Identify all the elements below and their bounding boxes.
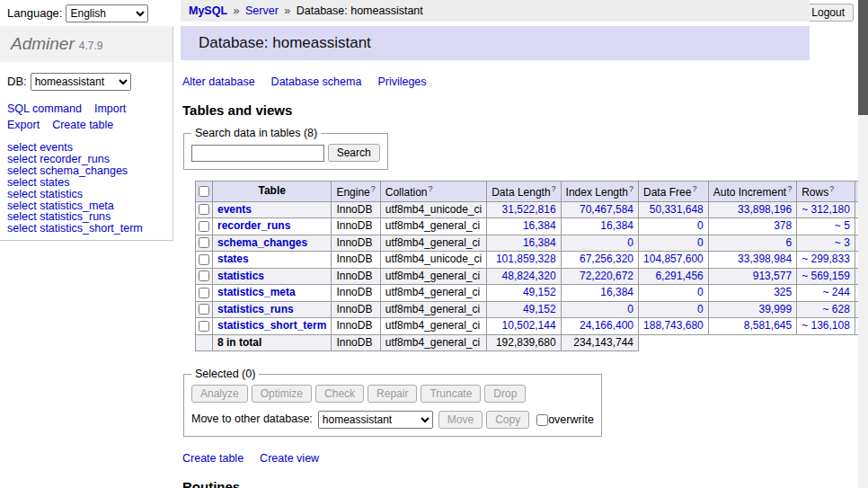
table-row: statistics_runsInnoDButf8mb4_general_ci4… [196, 301, 868, 318]
overwrite-checkbox[interactable] [536, 414, 548, 426]
db-action-link[interactable]: Database schema [271, 75, 362, 88]
db-select[interactable]: homeassistant [31, 73, 131, 91]
data-length-cell: 16,384 [487, 218, 561, 235]
rows-cell: ~ 312,180 [797, 201, 855, 218]
help-link[interactable]: ? [787, 184, 792, 193]
search-button[interactable]: Search [328, 144, 380, 162]
rows-cell: ~ 569,159 [797, 268, 855, 285]
breadcrumb-current: Database: homeassistant [297, 4, 423, 17]
adminer-home-link[interactable]: Adminer [11, 34, 75, 53]
table-row: schema_changesInnoDButf8mb4_general_ci16… [196, 235, 868, 252]
table-row: statistics_metaInnoDButf8mb4_general_ci4… [196, 285, 868, 302]
logout-button[interactable]: Logout [802, 4, 854, 22]
collation-cell: utf8mb4_general_ci [380, 268, 486, 285]
row-checkbox[interactable] [199, 237, 209, 248]
language-bar: Language:English [7, 4, 148, 22]
optimize-button[interactable]: Optimize [252, 385, 312, 403]
sidebar-command-link[interactable]: SQL command [7, 102, 82, 115]
create-link[interactable]: Create view [260, 452, 319, 465]
data-length-cell: 31,522,816 [487, 201, 561, 218]
row-checkbox[interactable] [199, 321, 209, 332]
table-name-cell: schema_changes [213, 235, 332, 252]
auto-increment-cell: 913,577 [708, 268, 796, 285]
scrollbar-thumb[interactable] [858, 0, 868, 115]
row-checkbox[interactable] [199, 288, 209, 298]
auto-increment-cell: 39,999 [708, 301, 796, 318]
sidebar-select-link[interactable]: select statistics [7, 189, 173, 200]
auto-increment-cell: 8,581,645 [708, 318, 796, 335]
table-row: statistics_short_termInnoDButf8mb4_gener… [196, 318, 868, 335]
row-checkbox[interactable] [199, 221, 209, 232]
db-action-link[interactable]: Privileges [377, 75, 426, 88]
sidebar-select-link[interactable]: select events [7, 142, 173, 154]
row-checkbox-cell [196, 201, 213, 218]
help-link[interactable]: ? [692, 184, 696, 193]
check-button[interactable]: Check [315, 385, 364, 403]
row-checkbox[interactable] [199, 304, 209, 315]
sidebar-select-link[interactable]: select states [7, 177, 173, 189]
analyze-button[interactable]: Analyze [191, 385, 248, 403]
table-name-cell: events [213, 201, 332, 218]
auto-increment-cell: 6 [708, 235, 796, 252]
sidebar-command-row: SQL commandImport [7, 102, 173, 115]
repair-button[interactable]: Repair [368, 385, 417, 403]
table-name-link[interactable]: statistics [217, 270, 264, 282]
column-header-index-length: Index Length? [561, 182, 638, 202]
table-name-link[interactable]: statistics_short_term [217, 319, 326, 332]
auto-increment-cell: 33,398,984 [708, 252, 796, 269]
sidebar-select-link[interactable]: select schema_changes [7, 165, 173, 177]
help-link[interactable]: ? [428, 184, 432, 193]
sidebar-command-link[interactable]: Export [7, 119, 40, 131]
data-free-cell: 50,331,648 [639, 201, 709, 218]
table-name-link[interactable]: statistics_meta [217, 286, 296, 298]
move-db-select[interactable]: homeassistant [318, 411, 433, 429]
table-name-link[interactable]: recorder_runs [217, 219, 290, 232]
breadcrumb-server-type-link[interactable]: MySQL [189, 4, 227, 17]
copy-button[interactable]: Copy [486, 411, 529, 429]
index-length-cell: 0 [561, 301, 638, 318]
rows-cell: ~ 628 [797, 301, 855, 318]
sidebar-table-links: select eventsselect recorder_runsselect … [7, 142, 173, 235]
sidebar-select-link[interactable]: select statistics_short_term [7, 223, 173, 235]
data-free-cell: 6,291,456 [639, 268, 709, 285]
truncate-button[interactable]: Truncate [421, 385, 481, 403]
column-header-collation: Collation? [380, 182, 486, 202]
table-name-link[interactable]: statistics_runs [217, 303, 294, 315]
index-length-cell: 16,384 [561, 218, 638, 235]
table-name-cell: recorder_runs [213, 218, 332, 235]
create-link[interactable]: Create table [182, 452, 244, 465]
db-label: DB: [7, 75, 27, 88]
collation-cell: utf8mb4_unicode_ci [380, 252, 486, 269]
table-row: eventsInnoDButf8mb4_unicode_ci31,522,816… [196, 201, 868, 218]
index-length-cell: 16,384 [561, 285, 638, 302]
language-select[interactable]: English [66, 4, 148, 22]
sidebar-command-link[interactable]: Import [94, 102, 126, 115]
drop-button[interactable]: Drop [484, 385, 526, 403]
row-checkbox[interactable] [199, 271, 209, 281]
row-checkbox[interactable] [199, 204, 209, 215]
help-link[interactable]: ? [552, 184, 556, 193]
sidebar: Adminer4.7.9 DB:homeassistant SQL comman… [0, 26, 173, 241]
table-name-link[interactable]: events [217, 203, 252, 216]
table-row: statesInnoDButf8mb4_unicode_ci101,859,32… [196, 252, 868, 269]
search-input[interactable] [191, 145, 324, 162]
select-all-checkbox[interactable] [199, 186, 209, 197]
db-action-link[interactable]: Alter database [182, 75, 255, 88]
breadcrumb-server-link[interactable]: Server [245, 4, 279, 17]
adminer-logo: Adminer4.7.9 [0, 26, 173, 62]
table-name-link[interactable]: schema_changes [217, 236, 307, 249]
move-button[interactable]: Move [438, 411, 483, 429]
data-free-cell: 104,857,600 [639, 252, 709, 269]
sidebar-command-link[interactable]: Create table [52, 119, 113, 131]
sidebar-select-link[interactable]: select recorder_runs [7, 154, 173, 165]
help-link[interactable]: ? [371, 184, 376, 193]
table-name-link[interactable]: states [217, 253, 249, 265]
help-link[interactable]: ? [629, 184, 633, 193]
row-checkbox-cell [196, 268, 213, 285]
rows-cell: ~ 244 [797, 285, 855, 302]
scrollbar[interactable] [858, 0, 868, 488]
row-checkbox[interactable] [199, 254, 209, 265]
rows-cell: ~ 299,833 [797, 252, 855, 269]
column-header-data-free: Data Free? [639, 182, 709, 202]
help-link[interactable]: ? [829, 184, 834, 193]
